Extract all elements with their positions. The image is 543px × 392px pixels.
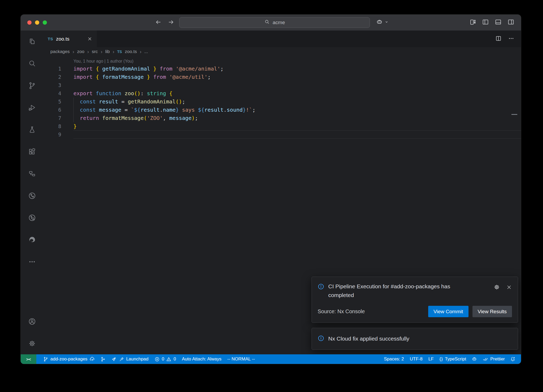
breadcrumb-separator: › xyxy=(73,49,74,55)
remote-indicator[interactable]: >< xyxy=(21,354,36,364)
more-icon[interactable] xyxy=(21,251,43,273)
code-line: 7 return formatMessage('ZOO', message); xyxy=(43,114,521,122)
view-commit-button[interactable]: View Commit xyxy=(428,306,468,317)
double-check-icon xyxy=(483,356,488,362)
code-line: 5 const result = getRandomAnimal(); xyxy=(43,98,521,106)
close-tab-icon[interactable] xyxy=(87,36,92,41)
toggle-secondary-sidebar-icon[interactable] xyxy=(507,18,515,27)
more-actions-icon[interactable] xyxy=(508,35,515,43)
minimize-window-button[interactable] xyxy=(35,20,39,25)
toggle-panel-icon[interactable] xyxy=(494,18,502,27)
git-graph-icon xyxy=(100,356,106,362)
run-and-debug-icon[interactable] xyxy=(21,97,43,119)
info-icon xyxy=(318,335,324,343)
line-number: 6 xyxy=(43,106,61,114)
code-line: 6 const message = `${result.name} says $… xyxy=(43,106,521,114)
notification-center: CI Pipeline Execution for #add-zoo-packa… xyxy=(312,277,518,350)
breadcrumb-separator: › xyxy=(140,49,141,55)
settings-gear-icon[interactable] xyxy=(21,332,43,354)
title-bar[interactable]: acme xyxy=(21,15,521,31)
info-icon xyxy=(318,283,324,291)
bell-dot-icon xyxy=(510,356,516,362)
cloud-upload-icon xyxy=(89,356,95,362)
status-source-control-graph[interactable] xyxy=(98,354,108,364)
editor-actions xyxy=(495,31,521,47)
breadcrumb-item[interactable]: src xyxy=(92,49,98,54)
code-line: 3 xyxy=(43,81,521,89)
status-notifications-bell[interactable] xyxy=(508,354,518,364)
gitlens-icon[interactable] xyxy=(21,207,43,229)
layout-controls xyxy=(469,15,515,31)
status-branch[interactable]: add-zoo-packages xyxy=(40,354,98,364)
notification-close-icon[interactable] xyxy=(506,284,512,291)
testing-icon[interactable] xyxy=(21,119,43,141)
source-control-icon[interactable] xyxy=(21,75,43,97)
status-copilot[interactable] xyxy=(469,354,480,364)
line-number: 4 xyxy=(43,89,61,98)
typescript-file-icon: TS xyxy=(117,50,122,54)
plug-icon xyxy=(119,356,124,362)
back-arrow-icon[interactable] xyxy=(155,19,162,27)
status-encoding[interactable]: UTF-8 xyxy=(407,354,426,364)
status-vim-mode[interactable]: -- NORMAL -- xyxy=(224,354,258,364)
breadcrumb-item[interactable]: lib xyxy=(105,49,110,54)
typescript-file-icon: TS xyxy=(48,37,53,41)
customize-layout-icon[interactable] xyxy=(469,19,476,27)
screen: acme TS xyxy=(0,0,543,392)
traffic-lights xyxy=(27,20,47,25)
chevron-down-icon xyxy=(384,20,389,25)
current-line-highlight xyxy=(73,130,521,139)
status-eol[interactable]: LF xyxy=(426,354,437,364)
rocket-icon xyxy=(111,356,117,362)
forward-arrow-icon[interactable] xyxy=(168,19,175,27)
copilot-icon xyxy=(375,18,383,27)
close-window-button[interactable] xyxy=(27,20,32,25)
split-editor-icon[interactable] xyxy=(495,35,502,43)
notification-message: Nx Cloud fix applied successfully xyxy=(328,334,409,343)
tab-zoo-ts[interactable]: TS zoo.ts xyxy=(43,31,97,47)
line-number: 3 xyxy=(43,81,61,89)
extensions-icon[interactable] xyxy=(21,141,43,163)
code-line: 8} xyxy=(43,122,521,130)
line-number: 2 xyxy=(43,73,61,81)
line-number: 7 xyxy=(43,114,61,122)
status-formatter[interactable]: Prettier xyxy=(480,354,508,364)
nx-console-icon[interactable] xyxy=(21,163,43,185)
command-center-search[interactable]: acme xyxy=(179,17,370,28)
zoom-window-button[interactable] xyxy=(43,20,47,25)
vscode-window: acme TS xyxy=(21,15,521,364)
edge-tools-icon[interactable] xyxy=(21,229,43,251)
account-icon[interactable] xyxy=(21,310,43,332)
code-line: 1import { getRandomAnimal } from '@acme/… xyxy=(43,65,521,73)
notification-toast-nx-cloud: Nx Cloud fix applied successfully xyxy=(312,328,518,350)
status-bar: >< add-zoo-packages Launchpad 0 xyxy=(21,354,521,364)
search-icon[interactable] xyxy=(21,53,43,75)
breadcrumb-item[interactable]: zoo xyxy=(77,49,84,54)
code-line: 2import { formatMessage } from '@acme/ut… xyxy=(43,73,521,81)
breadcrumb-item[interactable]: ... xyxy=(144,49,148,54)
status-auto-attach[interactable]: Auto Attach: Always xyxy=(179,354,224,364)
status-indentation[interactable]: Spaces: 2 xyxy=(381,354,407,364)
git-graph-icon[interactable] xyxy=(21,185,43,207)
notification-source: Source: Nx Console xyxy=(318,308,365,315)
copilot-menu[interactable] xyxy=(375,15,389,31)
breadcrumb-item[interactable]: packages xyxy=(50,49,70,54)
view-results-button[interactable]: View Results xyxy=(472,306,512,317)
status-language[interactable]: {} TypeScript xyxy=(437,354,469,364)
toggle-primary-sidebar-icon[interactable] xyxy=(482,18,489,27)
breadcrumb-separator: › xyxy=(101,49,102,55)
error-icon xyxy=(154,356,160,362)
status-problems[interactable]: 0 0 xyxy=(151,354,179,364)
history-nav xyxy=(155,15,175,31)
status-launchpad[interactable]: Launchpad xyxy=(108,354,151,364)
breadcrumb-separator: › xyxy=(87,49,89,55)
line-number: 9 xyxy=(43,130,61,139)
notification-settings-gear-icon[interactable] xyxy=(493,284,500,292)
indent-guide xyxy=(73,98,74,122)
code-lines: 1import { getRandomAnimal } from '@acme/… xyxy=(43,65,521,139)
code-line: 4export function zoo(): string { xyxy=(43,89,521,98)
notification-toast-ci: CI Pipeline Execution for #add-zoo-packa… xyxy=(312,277,518,323)
overview-ruler-cursor xyxy=(511,114,517,115)
breadcrumb-item[interactable]: zoo.ts xyxy=(125,49,137,54)
explorer-icon[interactable] xyxy=(21,31,43,53)
